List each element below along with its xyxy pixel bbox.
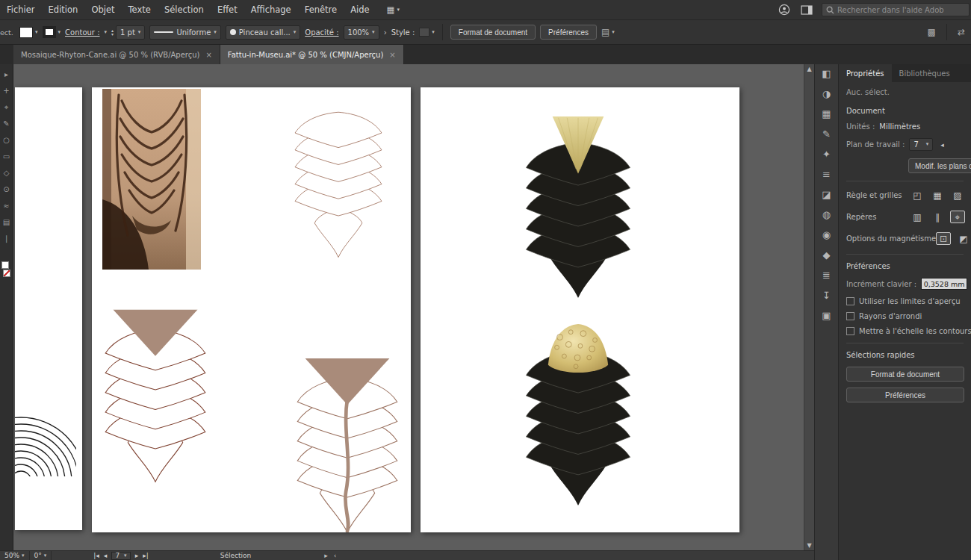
- previous-artboard-icon[interactable]: ◂: [104, 552, 108, 559]
- pen-tool-icon[interactable]: ✎: [3, 119, 9, 128]
- artboard-nav-dropdown[interactable]: 7 ▾: [111, 552, 130, 560]
- grid-icon[interactable]: ▦: [930, 189, 945, 202]
- stepper-arrows[interactable]: ▴▾: [111, 28, 114, 36]
- collapse-icon[interactable]: ‹: [334, 552, 337, 559]
- feather-outline-clay-spine[interactable]: [288, 357, 407, 532]
- fill-color-control[interactable]: ▾: [19, 27, 38, 38]
- touch-workspace-icon[interactable]: ▩: [928, 27, 936, 37]
- last-artboard-icon[interactable]: ▸|: [143, 552, 149, 559]
- rectangle-tool-icon[interactable]: ▭: [3, 152, 10, 161]
- tab-properties[interactable]: Propriétés: [839, 64, 892, 82]
- hand-tool-icon[interactable]: ❘: [3, 234, 9, 243]
- units-value[interactable]: Millimètres: [879, 122, 920, 131]
- menu-affichage[interactable]: Affichage: [244, 0, 298, 20]
- artboard-tool-icon[interactable]: ▤: [3, 218, 10, 227]
- scroll-down-icon[interactable]: ▼: [807, 542, 811, 549]
- stroke-width-control[interactable]: ▴▾ 1 pt▾: [111, 25, 145, 40]
- document-tab-mosaique[interactable]: Mosaique-Rhyton-Cane.ai @ 50 % (RVB/Aper…: [13, 45, 220, 64]
- gradient-panel-icon[interactable]: ◪: [822, 190, 831, 200]
- search-input[interactable]: [837, 6, 965, 14]
- edit-artboards-button[interactable]: Modif. les plans de tra: [908, 158, 971, 173]
- pottery-photo[interactable]: [102, 89, 201, 270]
- fill-swatch[interactable]: [19, 27, 33, 38]
- direct-selection-tool-icon[interactable]: +: [3, 87, 9, 96]
- opacity-panel-chevron-icon[interactable]: ›: [384, 28, 387, 37]
- artboard-1[interactable]: [15, 87, 82, 530]
- symbols-panel-icon[interactable]: ✦: [822, 149, 831, 160]
- first-artboard-icon[interactable]: |◂: [93, 552, 99, 559]
- checkbox-icon[interactable]: [846, 297, 854, 305]
- brush-dropdown[interactable]: Pinceau call... ▾: [226, 25, 300, 40]
- opacity-dropdown[interactable]: 100% ▾: [344, 25, 379, 40]
- color-panel-icon[interactable]: ◧: [822, 69, 831, 79]
- transparency-grid-icon[interactable]: ▨: [950, 189, 965, 202]
- checkbox-icon[interactable]: [846, 312, 854, 320]
- switch-workspace-icon[interactable]: ⇄: [958, 27, 965, 37]
- account-icon[interactable]: [777, 2, 792, 17]
- menu-aide[interactable]: Aide: [344, 0, 376, 20]
- stroke-panel-icon[interactable]: ≡: [822, 169, 831, 180]
- color-guide-panel-icon[interactable]: ◑: [822, 89, 831, 99]
- close-icon[interactable]: ×: [389, 51, 395, 59]
- artboard-3[interactable]: [421, 87, 739, 532]
- eyedropper-tool-icon[interactable]: ≈: [3, 202, 9, 211]
- brushes-panel-icon[interactable]: ✎: [822, 129, 831, 140]
- arrange-documents-control[interactable]: ▤▾: [601, 27, 615, 37]
- feather-outline-sketch[interactable]: [279, 110, 398, 259]
- artboard-dropdown[interactable]: 7 ▾: [909, 138, 933, 151]
- black-feather-flat-gold[interactable]: [510, 113, 646, 300]
- stroke-indicator[interactable]: [3, 270, 10, 277]
- transparency-panel-icon[interactable]: ◍: [822, 210, 831, 220]
- menu-fenetre[interactable]: Fenêtre: [298, 0, 344, 20]
- play-icon[interactable]: ▸: [324, 552, 328, 559]
- snap-pixel-icon[interactable]: ⊡: [936, 232, 951, 245]
- artboards-panel-icon[interactable]: ▣: [822, 311, 831, 321]
- menu-selection[interactable]: Sélection: [158, 0, 211, 20]
- preferences-button[interactable]: Préférences: [540, 25, 597, 40]
- appearance-panel-icon[interactable]: ◉: [822, 230, 831, 240]
- help-search[interactable]: [822, 3, 970, 16]
- feather-outline-clay-triangle[interactable]: [96, 297, 215, 495]
- canvas-vertical-scrollbar[interactable]: ▲ ▼: [804, 64, 814, 550]
- prev-artboard-icon[interactable]: ◂: [940, 141, 944, 149]
- scroll-up-icon[interactable]: ▲: [807, 66, 811, 72]
- fill-indicator[interactable]: [1, 261, 9, 269]
- zoom-control[interactable]: 50% ▾: [0, 551, 30, 560]
- keyboard-increment-input[interactable]: [921, 278, 967, 290]
- menu-effet[interactable]: Effet: [211, 0, 244, 20]
- tab-libraries[interactable]: Bibliothèques: [892, 64, 958, 82]
- quick-preferences-button[interactable]: Préférences: [846, 388, 964, 402]
- quick-document-setup-button[interactable]: Format de document: [846, 367, 964, 382]
- menu-texte[interactable]: Texte: [122, 0, 158, 20]
- artboard-2[interactable]: [92, 87, 411, 532]
- snap-grid-icon[interactable]: ◩: [956, 232, 971, 245]
- next-artboard-icon[interactable]: ▸: [135, 552, 139, 559]
- checkbox-scale-strokes[interactable]: Mettre à l'échelle les contours et les e: [846, 327, 971, 335]
- rulers-icon[interactable]: ◰: [910, 189, 925, 202]
- shape-tool-icon[interactable]: ○: [3, 136, 10, 145]
- menu-objet[interactable]: Objet: [84, 0, 121, 20]
- guides-icon[interactable]: ▥: [910, 211, 925, 223]
- menu-edition[interactable]: Edition: [42, 0, 85, 20]
- panel-layout-icon[interactable]: [799, 2, 814, 17]
- checkbox-corner-radius[interactable]: Rayons d'arrondi: [846, 312, 971, 320]
- document-setup-button[interactable]: Format de document: [450, 25, 536, 40]
- gradient-tool-icon[interactable]: ⊙: [3, 185, 9, 194]
- magic-wand-tool-icon[interactable]: ⌖: [4, 103, 9, 112]
- opacity-link[interactable]: Opacité :: [305, 28, 338, 37]
- rotate-tool-icon[interactable]: ◇: [4, 169, 10, 178]
- stroke-panel-link[interactable]: Contour :: [65, 28, 99, 37]
- workspace-switcher[interactable]: ▦▾: [387, 4, 400, 15]
- selection-tool-icon[interactable]: ▸: [4, 70, 8, 79]
- concentric-arcs-artwork[interactable]: [15, 411, 76, 476]
- stroke-color-control[interactable]: ▾: [43, 26, 61, 38]
- close-icon[interactable]: ×: [205, 51, 211, 59]
- layers-panel-icon[interactable]: ≣: [822, 270, 831, 281]
- asset-export-panel-icon[interactable]: ↧: [822, 290, 831, 301]
- black-feather-hammered-gold[interactable]: [510, 321, 646, 508]
- checkbox-icon[interactable]: [846, 327, 854, 335]
- menu-fichier[interactable]: Fichier: [0, 0, 42, 20]
- width-profile-dropdown[interactable]: Uniforme ▾: [149, 25, 220, 40]
- checkbox-preview-bounds[interactable]: Utiliser les limites d'aperçu: [846, 297, 971, 305]
- swatches-panel-icon[interactable]: ▦: [822, 109, 831, 119]
